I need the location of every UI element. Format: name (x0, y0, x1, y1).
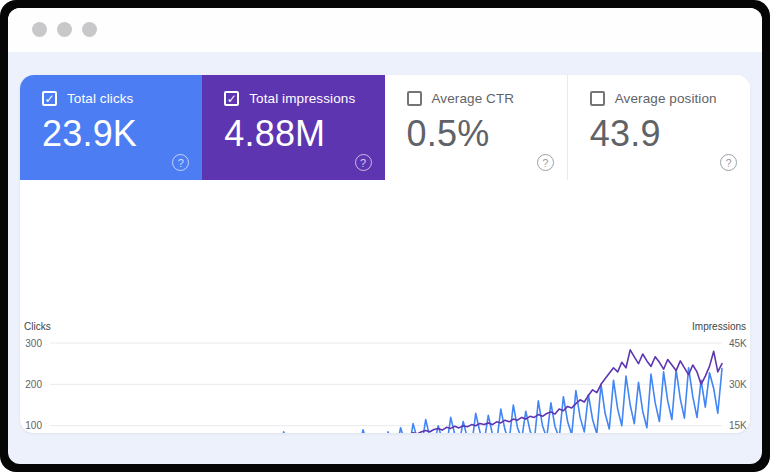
metric-card-total-clicks[interactable]: ✓ Total clicks 23.9K ? (20, 75, 202, 180)
metric-label: Total impressions (249, 91, 355, 106)
svg-text:Clicks: Clicks (24, 321, 51, 332)
browser-window: ✓ Total clicks 23.9K ? ✓ Total impressio… (8, 8, 762, 464)
svg-text:Impressions: Impressions (692, 321, 746, 332)
window-controls (32, 22, 97, 37)
performance-report-panel: ✓ Total clicks 23.9K ? ✓ Total impressio… (20, 75, 750, 433)
window-control-dot-icon[interactable] (57, 22, 72, 37)
average-ctr-checkbox[interactable] (407, 91, 422, 106)
browser-titlebar (8, 8, 762, 52)
metric-card-average-ctr[interactable]: Average CTR 0.5% ? (385, 75, 567, 180)
average-position-checkbox[interactable] (590, 91, 605, 106)
metrics-row: ✓ Total clicks 23.9K ? ✓ Total impressio… (20, 75, 750, 180)
svg-text:100: 100 (25, 420, 42, 431)
metric-label: Total clicks (67, 91, 133, 106)
help-icon[interactable]: ? (355, 154, 372, 171)
svg-text:45K: 45K (729, 338, 747, 349)
metric-value: 4.88M (224, 113, 384, 155)
help-icon[interactable]: ? (720, 154, 737, 171)
total-impressions-checkbox[interactable]: ✓ (224, 91, 239, 106)
window-control-dot-icon[interactable] (32, 22, 47, 37)
performance-chart[interactable]: ClicksImpressions30045K20030K10015K004/8… (20, 280, 750, 433)
metric-label: Average CTR (432, 91, 515, 106)
metric-value: 43.9 (590, 113, 750, 155)
metric-card-total-impressions[interactable]: ✓ Total impressions 4.88M ? (202, 75, 384, 180)
metric-value: 0.5% (407, 113, 567, 155)
screenshot-frame: ✓ Total clicks 23.9K ? ✓ Total impressio… (0, 0, 770, 472)
svg-text:15K: 15K (729, 420, 747, 431)
svg-text:200: 200 (25, 379, 42, 390)
help-icon[interactable]: ? (172, 154, 189, 171)
svg-text:300: 300 (25, 338, 42, 349)
total-clicks-checkbox[interactable]: ✓ (42, 91, 57, 106)
metric-value: 23.9K (42, 113, 202, 155)
chart-panel: ClicksImpressions30045K20030K10015K004/8… (20, 180, 750, 433)
window-control-dot-icon[interactable] (82, 22, 97, 37)
svg-text:30K: 30K (729, 379, 747, 390)
metric-label: Average position (615, 91, 717, 106)
metric-card-average-position[interactable]: Average position 43.9 ? (567, 75, 750, 180)
help-icon[interactable]: ? (537, 154, 554, 171)
